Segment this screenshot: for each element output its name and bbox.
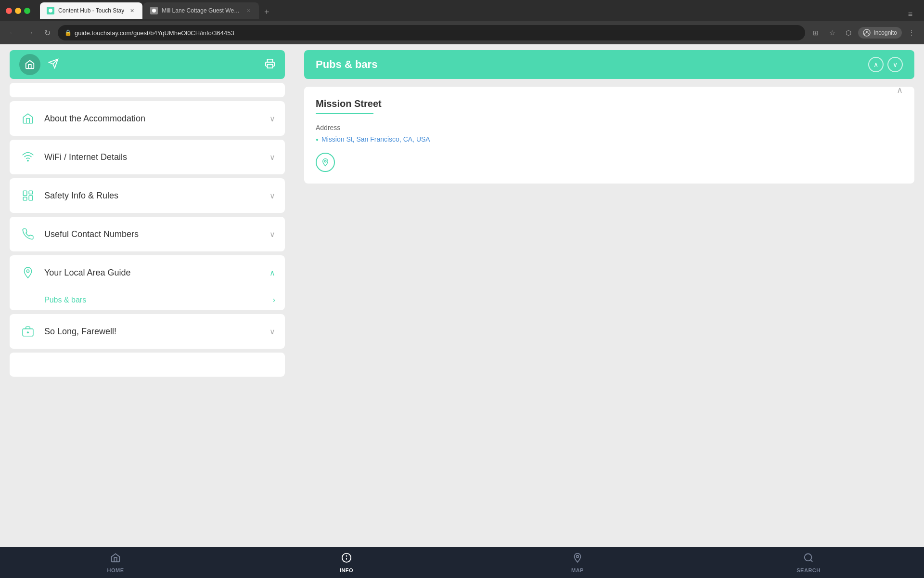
more-tabs-button[interactable]: ≡ [908,10,912,19]
send-icon[interactable] [48,58,59,71]
mission-underline [316,113,373,114]
svg-line-22 [810,560,812,562]
map-nav-label: MAP [571,567,584,573]
accommodation-icon [19,110,37,127]
svg-rect-10 [29,191,33,194]
browser-top-bar: Content Hub - Touch Stay ✕ Mill Lane Cot… [0,0,924,21]
address-dot: ● [316,137,319,142]
pubs-bars-link[interactable]: Pubs & bars [44,296,86,304]
mission-card: Mission Street ∧ Address ● Mission St, S… [304,87,914,184]
pubs-next-button[interactable]: ∨ [887,57,903,72]
safety-chevron: ∨ [270,191,275,200]
address-link[interactable]: ● Mission St, San Francisco, CA, USA [316,135,903,143]
menu-icon[interactable]: ⋮ [905,26,918,39]
tab-close-1[interactable]: ✕ [128,7,136,14]
local-header[interactable]: Your Local Area Guide ∧ [10,255,285,290]
tab-close-2[interactable]: ✕ [244,7,252,14]
info-nav-label: INFO [340,567,353,573]
local-icon [19,264,37,281]
home-icon-circle[interactable] [19,54,40,75]
svg-point-7 [27,160,28,161]
pubs-header: Pubs & bars ∧ ∨ [304,50,914,79]
home-nav-icon [110,552,121,565]
map-pin-button[interactable] [316,153,335,172]
bottom-nav: HOME INFO MAP SEARCH [0,547,924,578]
bottom-nav-search[interactable]: SEARCH [693,552,924,573]
farewell-label: So Long, Farewell! [44,327,270,337]
about-chevron: ∨ [270,114,275,123]
nav-item-wifi[interactable]: WiFi / Internet Details ∨ [10,140,285,174]
nav-item-partial [10,83,285,97]
print-icon[interactable] [265,58,275,71]
tab-favicon-1 [47,7,54,14]
browser-chrome: Content Hub - Touch Stay ✕ Mill Lane Cot… [0,0,924,44]
panel-header [10,50,285,79]
collapse-button[interactable]: ∧ [897,85,903,95]
farewell-icon [19,323,37,340]
traffic-lights [6,8,30,14]
mission-title: Mission Street [316,98,382,109]
info-nav-icon [341,552,352,565]
about-label: About the Accommodation [44,114,270,124]
address-bar-row: ← → ↻ 🔒 guide.touchstay.com/guest/b4YqUM… [0,21,924,44]
header-left-icons [19,54,59,75]
tab-title-2: Mill Lane Cottage Guest Welco... [162,7,241,14]
tab-content-hub[interactable]: Content Hub - Touch Stay ✕ [40,2,142,19]
farewell-chevron: ∨ [270,327,275,336]
bottom-nav-info[interactable]: INFO [231,552,462,573]
pubs-prev-button[interactable]: ∧ [868,57,884,72]
cast-icon[interactable]: ⊞ [809,26,822,39]
nav-item-farewell[interactable]: So Long, Farewell! ∨ [10,314,285,349]
nav-item-safety[interactable]: Safety Info & Rules ∨ [10,178,285,213]
left-panel: About the Accommodation ∨ WiFi / Interne… [0,44,295,547]
main-content: About the Accommodation ∨ WiFi / Interne… [0,44,924,547]
extensions-icon[interactable]: ⬡ [842,26,855,39]
address-label: Address [316,124,903,131]
safety-label: Safety Info & Rules [44,191,270,201]
toolbar-icons: ⊞ ☆ ⬡ Incognito ⋮ [809,26,918,39]
local-label: Your Local Area Guide [44,268,270,278]
svg-point-0 [49,9,52,13]
bottom-nav-map[interactable]: MAP [462,552,693,573]
svg-rect-8 [23,191,27,196]
search-nav-icon [803,552,814,565]
nav-item-partial-bottom [10,353,285,377]
incognito-badge[interactable]: Incognito [858,27,902,39]
map-nav-icon [572,552,583,565]
url-text: guide.touchstay.com/guest/b4YqUMheOl0CH/… [75,29,798,37]
back-button[interactable]: ← [6,26,19,39]
local-chevron: ∧ [270,268,275,277]
contact-icon [19,225,37,243]
lock-icon: 🔒 [64,29,72,36]
nav-item-contact[interactable]: Useful Contact Numbers ∨ [10,217,285,251]
nav-item-about[interactable]: About the Accommodation ∨ [10,101,285,136]
svg-point-1 [152,9,156,13]
incognito-label: Incognito [873,29,897,36]
bookmark-icon[interactable]: ☆ [825,26,839,39]
contact-label: Useful Contact Numbers [44,229,270,239]
safety-icon [19,187,37,204]
minimize-button[interactable] [15,8,21,14]
wifi-chevron: ∨ [270,153,275,162]
new-tab-button[interactable]: + [260,5,273,19]
pubs-bars-arrow: › [273,296,275,304]
svg-point-12 [26,270,29,272]
svg-point-21 [805,553,812,561]
maximize-button[interactable] [24,8,30,14]
reload-button[interactable]: ↻ [40,26,54,39]
svg-rect-11 [29,196,33,200]
svg-point-20 [577,555,579,557]
wifi-label: WiFi / Internet Details [44,152,270,162]
close-button[interactable] [6,8,12,14]
bottom-nav-home[interactable]: HOME [0,552,231,573]
pubs-bars-subitem[interactable]: Pubs & bars › [10,290,285,310]
tab-title-1: Content Hub - Touch Stay [58,7,124,14]
svg-rect-9 [23,197,27,200]
tab-mill-lane[interactable]: Mill Lane Cottage Guest Welco... ✕ [143,2,259,19]
tabs-bar: Content Hub - Touch Stay ✕ Mill Lane Cot… [34,2,918,19]
address-value[interactable]: Mission St, San Francisco, CA, USA [321,135,430,143]
address-bar[interactable]: 🔒 guide.touchstay.com/guest/b4YqUMheOl0C… [58,25,805,40]
tab-favicon-2 [150,7,158,14]
search-nav-label: SEARCH [796,567,820,573]
forward-button[interactable]: → [23,26,37,39]
